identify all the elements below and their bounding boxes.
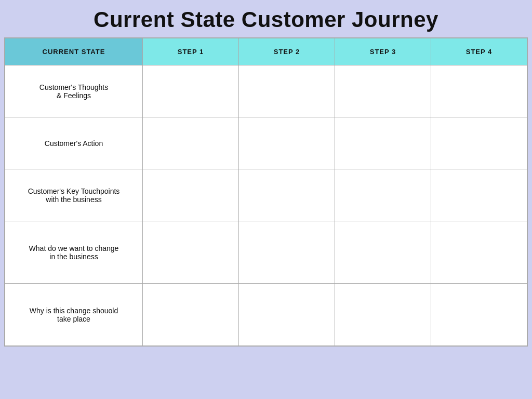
- cell-r1-c1[interactable]: [143, 117, 239, 169]
- cell-r2-c3[interactable]: [335, 169, 431, 221]
- header-step4: STEP 4: [431, 38, 527, 65]
- row-label: What do we want to changein the business: [5, 221, 143, 284]
- cell-r0-c1[interactable]: [143, 65, 239, 117]
- row-label: Customer's Action: [5, 117, 143, 169]
- cell-r4-c4[interactable]: [431, 284, 527, 346]
- table-row: Why is this change shouoldtake place: [5, 284, 527, 346]
- cell-r1-c4[interactable]: [431, 117, 527, 169]
- cell-r2-c4[interactable]: [431, 169, 527, 221]
- journey-table: CURRENT STATE STEP 1 STEP 2 STEP 3 STEP …: [5, 38, 527, 346]
- table-row: What do we want to changein the business: [5, 221, 527, 284]
- header-step3: STEP 3: [335, 38, 431, 65]
- table-row: Customer's Key Touchpointswith the busin…: [5, 169, 527, 221]
- page-title: Current State Customer Journey: [0, 0, 532, 37]
- row-label: Customer's Key Touchpointswith the busin…: [5, 169, 143, 221]
- cell-r3-c2[interactable]: [239, 221, 335, 284]
- cell-r4-c1[interactable]: [143, 284, 239, 346]
- cell-r0-c2[interactable]: [239, 65, 335, 117]
- header-row: CURRENT STATE STEP 1 STEP 2 STEP 3 STEP …: [5, 38, 527, 65]
- cell-r4-c3[interactable]: [335, 284, 431, 346]
- cell-r0-c3[interactable]: [335, 65, 431, 117]
- cell-r3-c1[interactable]: [143, 221, 239, 284]
- table-row: Customer's Action: [5, 117, 527, 169]
- cell-r0-c4[interactable]: [431, 65, 527, 117]
- cell-r2-c1[interactable]: [143, 169, 239, 221]
- header-step1: STEP 1: [143, 38, 239, 65]
- table-row: Customer's Thoughts& Feelings: [5, 65, 527, 117]
- cell-r3-c4[interactable]: [431, 221, 527, 284]
- table-body: Customer's Thoughts& FeelingsCustomer's …: [5, 65, 527, 346]
- cell-r1-c2[interactable]: [239, 117, 335, 169]
- cell-r4-c2[interactable]: [239, 284, 335, 346]
- cell-r2-c2[interactable]: [239, 169, 335, 221]
- header-step2: STEP 2: [239, 38, 335, 65]
- journey-table-wrapper: CURRENT STATE STEP 1 STEP 2 STEP 3 STEP …: [4, 37, 528, 347]
- row-label: Why is this change shouoldtake place: [5, 284, 143, 346]
- header-current-state: CURRENT STATE: [5, 38, 143, 65]
- cell-r1-c3[interactable]: [335, 117, 431, 169]
- cell-r3-c3[interactable]: [335, 221, 431, 284]
- row-label: Customer's Thoughts& Feelings: [5, 65, 143, 117]
